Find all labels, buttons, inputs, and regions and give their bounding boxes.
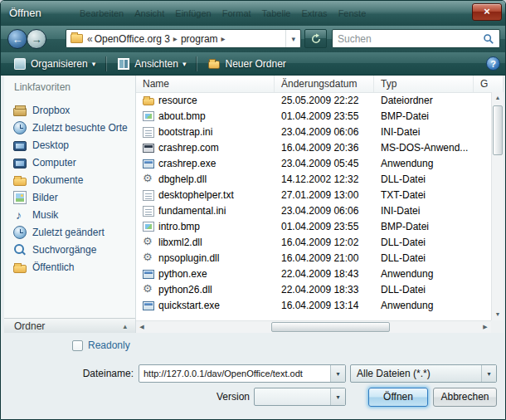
vertical-scrollbar[interactable]: ▲ ▼ [491, 92, 504, 320]
back-arrow-icon: ← [12, 33, 23, 46]
file-row[interactable]: crashrep.com 16.04.2009 20:36 MS-DOS-Anw… [136, 139, 491, 155]
scroll-left-icon[interactable]: ◀ [136, 321, 148, 333]
back-button[interactable]: ← [7, 29, 27, 49]
organize-button[interactable]: Organisieren ▾ [7, 56, 102, 71]
sidebar-item[interactable]: Bilder [4, 188, 135, 206]
breadcrumb-separator-icon[interactable]: ▸ [173, 34, 178, 43]
file-date: 27.01.2009 13:00 [275, 189, 374, 201]
help-button[interactable]: ? [486, 56, 500, 71]
filename-combobox[interactable]: ▾ [139, 364, 346, 383]
refresh-icon [310, 33, 322, 45]
sidebar-item-icon [13, 121, 27, 134]
open-button[interactable]: Öffnen [368, 388, 428, 407]
file-row[interactable]: quickstart.exe 16.04.2009 13:14 Anwendun… [136, 297, 491, 313]
file-row[interactable]: intro.bmp 01.04.2009 23:55 BMP-Datei [136, 218, 491, 234]
file-type: TXT-Datei [374, 189, 474, 201]
file-row[interactable]: about.bmp 01.04.2009 23:55 BMP-Datei [136, 108, 491, 124]
readonly-option[interactable]: Readonly [72, 339, 130, 351]
file-rows: resource 25.05.2009 22:22 Dateiordner ab… [136, 92, 491, 320]
column-header-date[interactable]: Änderungsdatum [275, 76, 374, 92]
sidebar-item[interactable]: Öffentlich [4, 258, 135, 276]
readonly-checkbox[interactable] [72, 340, 83, 351]
file-name: crashrep.exe [158, 158, 216, 169]
views-button[interactable]: Ansichten ▾ [111, 56, 192, 71]
sidebar-item[interactable]: Dokumente [4, 171, 135, 188]
sidebar-item-label: Computer [32, 157, 76, 168]
file-name: libxml2.dll [158, 237, 202, 248]
file-type-icon [143, 206, 154, 217]
chevron-down-icon: ▾ [291, 35, 295, 43]
column-header-size[interactable]: G [474, 76, 504, 92]
horizontal-scrollbar[interactable]: ◀ ▶ [136, 320, 491, 333]
file-row[interactable]: python.exe 22.04.2009 18:43 Anwendung [136, 266, 491, 281]
file-type: INI-Datei [374, 205, 474, 217]
file-type-icon [143, 127, 154, 138]
filetype-dropdown-button[interactable]: ▾ [481, 365, 496, 382]
titlebar[interactable]: BearbeitenAnsichtEinfügenFormatTabelleEx… [1, 1, 506, 26]
views-icon [118, 58, 129, 70]
breadcrumb-separator-icon[interactable]: ▸ [221, 34, 226, 43]
close-button[interactable]: × [472, 3, 502, 21]
search-input[interactable] [333, 33, 483, 45]
scrollbar-corner [491, 320, 504, 333]
sidebar-item[interactable]: Zuletzt geändert [4, 223, 135, 241]
file-type-icon [143, 284, 154, 295]
file-name: fundamental.ini [158, 205, 226, 217]
file-row[interactable]: resource 25.05.2009 22:22 Dateiordner [136, 92, 491, 108]
background-menu-item: Ansicht [134, 8, 164, 18]
refresh-button[interactable] [304, 29, 327, 48]
sidebar-item[interactable]: Desktop [4, 136, 135, 154]
folders-expander[interactable]: Ordner ▴ [4, 318, 135, 333]
cancel-button[interactable]: Abbrechen [433, 388, 497, 407]
filetype-combobox[interactable]: Alle Dateien (*.*) ▾ [350, 364, 497, 383]
readonly-label[interactable]: Readonly [88, 339, 130, 351]
file-type-icon [143, 252, 154, 264]
search-icon [483, 33, 494, 45]
sidebar-item[interactable]: Musik [4, 206, 135, 223]
file-row[interactable]: dbghelp.dll 14.12.2002 12:32 DLL-Datei [136, 171, 491, 187]
address-bar[interactable]: « OpenOffice.org 3 ▸ program ▸ ▾ [66, 29, 301, 48]
file-row[interactable]: desktophelper.txt 27.01.2009 13:00 TXT-D… [136, 187, 491, 203]
file-row[interactable]: npsoplugin.dll 16.04.2009 21:00 DLL-Date… [136, 250, 491, 266]
version-dropdown-button[interactable]: ▾ [330, 388, 345, 405]
file-type: INI-Datei [374, 126, 474, 138]
scroll-right-icon[interactable]: ▶ [479, 321, 491, 333]
new-folder-button[interactable]: Neuer Ordner [202, 56, 292, 71]
version-label: Version [183, 391, 250, 403]
sidebar-item[interactable]: Zuletzt besuchte Orte [4, 119, 135, 136]
sidebar-item-icon [13, 208, 27, 222]
filename-input[interactable] [139, 369, 330, 378]
views-label: Ansichten [134, 58, 178, 70]
file-date: 23.04.2009 05:45 [275, 158, 374, 169]
file-name: intro.bmp [158, 221, 200, 232]
breadcrumb-overflow-icon[interactable]: « [87, 33, 93, 45]
favorites-heading: Linkfavoriten [14, 81, 135, 93]
scroll-down-icon[interactable]: ▼ [492, 309, 504, 320]
file-row[interactable]: libxml2.dll 16.04.2009 12:02 DLL-Datei [136, 234, 491, 250]
horizontal-scroll-thumb[interactable] [271, 322, 390, 332]
vertical-scroll-thumb[interactable] [493, 105, 503, 155]
sidebar-item[interactable]: Suchvorgänge [4, 241, 135, 258]
filename-dropdown-button[interactable]: ▾ [330, 365, 345, 382]
scroll-up-icon[interactable]: ▲ [492, 92, 504, 104]
file-row[interactable]: fundamental.ini 23.04.2009 06:06 INI-Dat… [136, 203, 491, 218]
version-combobox[interactable]: ▾ [254, 388, 346, 406]
sidebar-item[interactable]: Dropbox [4, 101, 135, 119]
file-type: Dateiordner [374, 95, 474, 106]
breadcrumb-segment-openoffice[interactable]: OpenOffice.org 3 [95, 33, 170, 45]
forward-button[interactable]: → [27, 29, 46, 49]
file-row[interactable]: python26.dll 22.04.2009 18:33 DLL-Datei [136, 281, 491, 297]
sidebar-item[interactable]: Computer [4, 154, 135, 171]
file-row[interactable]: bootstrap.ini 23.04.2009 06:06 INI-Datei [136, 124, 491, 139]
column-header-type[interactable]: Typ [374, 76, 474, 92]
sidebar-item-label: Zuletzt besuchte Orte [32, 122, 128, 134]
file-name: bootstrap.ini [158, 126, 212, 138]
address-dropdown-button[interactable]: ▾ [285, 30, 300, 47]
breadcrumb-segment-program[interactable]: program [181, 33, 218, 45]
file-list: Name Änderungsdatum Typ G resource 25.05… [136, 76, 504, 333]
sidebar-item-label: Bilder [32, 192, 58, 203]
sidebar-item-label: Dokumente [32, 174, 83, 186]
file-date: 16.04.2009 20:36 [275, 142, 374, 154]
file-row[interactable]: crashrep.exe 23.04.2009 05:45 Anwendung [136, 155, 491, 171]
column-header-name[interactable]: Name [136, 76, 275, 92]
